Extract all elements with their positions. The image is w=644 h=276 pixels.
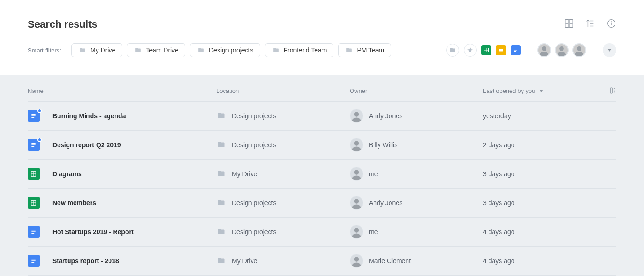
folder-filter-icon[interactable]	[446, 44, 459, 57]
col-header-name[interactable]: Name	[28, 87, 216, 94]
chip-label: My Drive	[90, 46, 115, 54]
new-badge-icon	[37, 109, 42, 113]
svg-point-18	[559, 46, 564, 51]
svg-point-40	[354, 199, 359, 204]
last-opened-label: 2 days ago	[483, 141, 598, 149]
svg-point-32	[354, 141, 359, 146]
svg-rect-2	[565, 24, 569, 27]
grid-view-icon[interactable]	[564, 18, 574, 29]
file-row[interactable]: Hot Startups 2019 - ReportDesign project…	[28, 218, 616, 247]
sort-icon[interactable]	[585, 18, 595, 29]
chip-label: Design projects	[209, 46, 253, 54]
svg-point-44	[354, 228, 359, 233]
col-header-owner[interactable]: Owner	[350, 87, 483, 94]
owner-label: Andy Jones	[369, 112, 402, 120]
file-name: Hot Startups 2019 - Report	[52, 228, 134, 236]
docs-file-icon	[28, 255, 40, 267]
column-settings[interactable]	[598, 86, 616, 95]
type-filter-icons	[446, 44, 521, 57]
person-filter-1[interactable]	[537, 43, 551, 57]
avatar	[350, 138, 363, 152]
avatar	[350, 109, 363, 123]
svg-rect-0	[565, 20, 569, 23]
svg-point-48	[354, 257, 359, 262]
location-label: Design projects	[232, 199, 276, 207]
svg-point-17	[542, 46, 546, 51]
page-title: Search results	[28, 18, 616, 30]
col-header-last-opened[interactable]: Last opened by you	[483, 87, 598, 94]
folder-icon	[216, 169, 226, 179]
folder-icon	[216, 111, 226, 121]
docs-filter-icon[interactable]	[511, 45, 521, 55]
person-filter-2[interactable]	[555, 43, 569, 57]
last-opened-label: 3 days ago	[483, 170, 598, 178]
file-row[interactable]: Design report Q2 2019Design projectsBill…	[28, 131, 616, 160]
owner-label: Andy Jones	[369, 199, 402, 207]
last-opened-label: 4 days ago	[483, 257, 598, 264]
file-row[interactable]: New membersDesign projectsAndy Jones3 da…	[28, 189, 616, 218]
new-badge-icon	[37, 138, 42, 142]
file-name: Burning Minds - agenda	[52, 112, 126, 120]
slides-filter-icon[interactable]	[496, 45, 506, 55]
col-header-last-opened-label: Last opened by you	[483, 87, 535, 94]
chip-label: Frontend Team	[284, 46, 327, 54]
docs-file-icon	[28, 226, 40, 238]
people-filter-avatars	[537, 43, 586, 57]
location-chip[interactable]: My Drive	[71, 43, 122, 57]
location-label: Design projects	[232, 141, 276, 149]
info-icon[interactable]	[606, 18, 616, 29]
location-chip[interactable]: Frontend Team	[265, 43, 334, 57]
more-filters-dropdown[interactable]	[603, 43, 616, 57]
avatar	[350, 167, 363, 181]
file-name: Diagrams	[52, 170, 82, 178]
smart-filters-label: Smart filters:	[28, 47, 61, 54]
location-label: Design projects	[232, 228, 276, 236]
folder-icon	[216, 256, 226, 266]
owner-label: Marie Clement	[369, 257, 411, 264]
avatar	[350, 225, 363, 239]
svg-point-36	[354, 170, 359, 175]
folder-icon	[216, 140, 226, 150]
svg-rect-1	[569, 20, 573, 23]
star-filter-icon[interactable]	[464, 44, 477, 57]
file-row[interactable]: DiagramsMy Driveme3 days ago	[28, 160, 616, 189]
svg-rect-3	[569, 24, 573, 27]
svg-point-28	[354, 112, 359, 117]
last-opened-label: 4 days ago	[483, 228, 598, 236]
last-opened-label: yesterday	[483, 112, 598, 120]
avatar	[350, 196, 363, 210]
chip-label: PM Team	[357, 46, 384, 54]
last-opened-label: 3 days ago	[483, 199, 598, 207]
svg-point-9	[611, 22, 612, 22]
table-header: Name Location Owner Last opened by you	[28, 75, 616, 102]
avatar	[350, 254, 363, 268]
svg-point-19	[577, 46, 581, 51]
location-label: Design projects	[232, 112, 276, 120]
chip-label: Team Drive	[146, 46, 178, 54]
svg-rect-20	[610, 88, 612, 93]
location-chip[interactable]: PM Team	[338, 43, 391, 57]
owner-label: me	[369, 170, 378, 178]
location-chip[interactable]: Team Drive	[127, 43, 185, 57]
folder-icon	[216, 198, 226, 208]
file-name: New members	[52, 199, 96, 207]
sort-desc-icon	[540, 90, 543, 92]
svg-rect-13	[499, 49, 503, 52]
location-chip[interactable]: Design projects	[190, 43, 260, 57]
folder-icon	[216, 227, 226, 237]
sheets-file-icon	[28, 168, 40, 180]
owner-label: me	[369, 228, 378, 236]
sheets-filter-icon[interactable]	[481, 45, 491, 55]
file-name: Design report Q2 2019	[52, 141, 121, 149]
file-name: Startups report - 2018	[52, 257, 119, 264]
location-label: My Drive	[232, 170, 257, 178]
col-header-location[interactable]: Location	[216, 87, 350, 94]
file-row[interactable]: Startups report - 2018My DriveMarie Clem…	[28, 247, 616, 276]
location-chips: My DriveTeam DriveDesign projectsFronten…	[71, 43, 438, 57]
owner-label: Billy Willis	[369, 141, 397, 149]
location-label: My Drive	[232, 257, 257, 264]
file-row[interactable]: Burning Minds - agendaDesign projectsAnd…	[28, 102, 616, 131]
person-filter-3[interactable]	[572, 43, 586, 57]
sheets-file-icon	[28, 197, 40, 209]
